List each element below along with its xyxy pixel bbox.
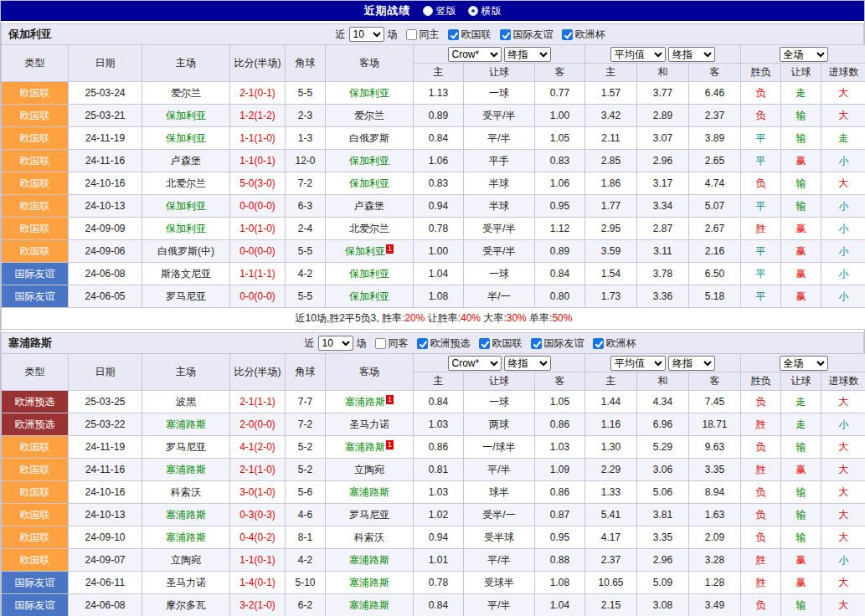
recent-count-select[interactable]: 10 bbox=[349, 27, 384, 42]
average-stage-select[interactable]: 终指 bbox=[668, 356, 715, 371]
cell-score: 4-1(2-0) bbox=[230, 436, 286, 459]
cell-odds-4: 2.89 bbox=[637, 105, 689, 127]
bookmaker-stage-select[interactable]: 终指 bbox=[504, 47, 551, 62]
cell-result-2: 小 bbox=[821, 263, 865, 285]
cell-corners: 7-2 bbox=[286, 413, 326, 436]
cell-odds-4: 3.35 bbox=[637, 526, 689, 549]
cell-result-1: 走 bbox=[781, 413, 821, 436]
cell-odds-3: 1.54 bbox=[585, 263, 637, 285]
home-team-name: 保加利亚 bbox=[166, 223, 206, 234]
home-team-name: 罗马尼亚 bbox=[166, 290, 206, 302]
cell-odds-2: 0.86 bbox=[535, 413, 585, 436]
cell-corners: 6-3 bbox=[286, 195, 326, 218]
cell-result-2: 小 bbox=[821, 285, 865, 308]
cell-result-2: 大 bbox=[821, 172, 865, 195]
filter-checkbox[interactable]: 欧国联 bbox=[448, 28, 492, 42]
checkbox-icon[interactable] bbox=[448, 29, 459, 40]
checkbox-label: 同主 bbox=[420, 28, 440, 42]
layout-option-horizontal[interactable]: 横版 bbox=[468, 4, 502, 18]
sub-header-2: 客 bbox=[535, 64, 585, 82]
scope-select[interactable]: 全场 bbox=[780, 47, 828, 62]
bookmaker-stage-select[interactable]: 终指 bbox=[504, 356, 551, 371]
filter-checkbox[interactable]: 国际友谊 bbox=[500, 28, 553, 42]
filter-checkbox[interactable]: 同客 bbox=[375, 336, 409, 351]
cell-odds-4: 3.08 bbox=[637, 594, 689, 616]
checkbox-icon[interactable] bbox=[593, 338, 604, 349]
cell-result-1: 输 bbox=[781, 436, 821, 459]
filter-checkbox[interactable]: 欧国联 bbox=[479, 336, 523, 351]
checkbox-icon[interactable] bbox=[479, 338, 490, 349]
cell-odds-1: 半球 bbox=[464, 195, 535, 218]
checkbox-label: 欧洲杯 bbox=[575, 28, 605, 42]
table-row: 国际友谊24-06-08斯洛文尼亚1-1(1-1)4-2保加利亚1.04一球0.… bbox=[2, 263, 865, 285]
radio-icon-vertical[interactable] bbox=[423, 6, 433, 16]
table-row: 欧国联24-11-16卢森堡1-1(0-1)12-0保加利亚1.06平手0.83… bbox=[2, 150, 865, 172]
cell-result-0: 平 bbox=[741, 285, 781, 308]
sub-header-2: 客 bbox=[535, 372, 585, 391]
filter-checkbox[interactable]: 欧洲杯 bbox=[593, 336, 636, 351]
filter-checkbox[interactable]: 同主 bbox=[406, 28, 440, 42]
checkbox-icon[interactable] bbox=[406, 29, 417, 40]
radio-icon-horizontal[interactable] bbox=[468, 6, 478, 16]
cell-date: 24-11-16 bbox=[69, 459, 142, 481]
sub-header-5: 客 bbox=[689, 372, 741, 391]
layout-option-vertical[interactable]: 竖版 bbox=[423, 4, 456, 18]
filter-checkbox[interactable]: 欧洲预选 bbox=[417, 336, 471, 351]
scope-select[interactable]: 全场 bbox=[780, 356, 828, 371]
cell-odds-1: 平/半 bbox=[464, 594, 535, 616]
col-header-0: 类型 bbox=[2, 354, 69, 391]
average-select[interactable]: 平均值 bbox=[610, 47, 666, 62]
bookmaker-select[interactable]: Crow* bbox=[448, 47, 502, 62]
cell-odds-4: 6.96 bbox=[637, 413, 689, 436]
cell-date: 24-06-08 bbox=[69, 594, 142, 616]
filter-checkbox[interactable]: 国际友谊 bbox=[531, 336, 584, 351]
checkbox-icon[interactable] bbox=[531, 338, 542, 349]
cell-result-2: 大 bbox=[821, 391, 865, 413]
cell-odds-2: 0.86 bbox=[535, 481, 585, 504]
cell-odds-1: 受平/半 bbox=[464, 105, 535, 127]
cell-home-team: 圣马力诺 bbox=[142, 572, 230, 594]
cell-odds-4: 3.34 bbox=[637, 195, 689, 218]
cell-result-0: 胜 bbox=[741, 413, 781, 436]
recent-count-select[interactable]: 10 bbox=[318, 336, 353, 351]
cell-result-0: 负 bbox=[741, 594, 781, 616]
cell-result-1: 输 bbox=[781, 195, 821, 218]
cell-result-0: 平 bbox=[741, 263, 781, 285]
cell-odds-1: 平/半 bbox=[464, 549, 535, 572]
cell-odds-2: 1.05 bbox=[535, 391, 585, 413]
cell-competition: 欧国联 bbox=[2, 459, 69, 481]
cell-score: 1-1(1-1) bbox=[230, 263, 286, 285]
average-stage-select[interactable]: 终指 bbox=[668, 47, 715, 62]
away-team-name: 塞浦路斯 bbox=[345, 396, 385, 408]
bookmaker-select[interactable]: Crow* bbox=[448, 356, 502, 371]
checkbox-icon[interactable] bbox=[500, 29, 511, 40]
sub-header-1: 让球 bbox=[464, 64, 535, 82]
average-select[interactable]: 平均值 bbox=[610, 356, 666, 371]
cell-odds-1: 受平/半 bbox=[464, 218, 535, 240]
checkbox-icon[interactable] bbox=[562, 29, 573, 40]
cell-score: 1-4(0-1) bbox=[230, 572, 286, 594]
cell-result-2: 小 bbox=[821, 240, 865, 263]
cell-odds-5: 3.35 bbox=[689, 459, 741, 481]
away-team-name: 白俄罗斯 bbox=[349, 132, 389, 144]
cell-away-team: 科索沃 bbox=[326, 526, 414, 549]
away-team-name: 保加利亚 bbox=[349, 290, 389, 302]
sub-header-4: 和 bbox=[637, 64, 689, 82]
checkbox-icon[interactable] bbox=[375, 338, 386, 349]
cell-result-2: 大 bbox=[821, 594, 865, 616]
home-team-name: 立陶宛 bbox=[171, 554, 201, 566]
home-team-name: 北爱尔兰 bbox=[166, 177, 206, 189]
cell-result-2: 大 bbox=[821, 526, 865, 549]
table-row: 欧国联24-11-19保加利亚1-1(1-0)1-3白俄罗斯0.84平/半1.0… bbox=[2, 127, 865, 150]
table-row: 欧国联24-09-07立陶宛1-1(0-1)4-2塞浦路斯1.01平/半0.88… bbox=[2, 549, 865, 572]
cell-odds-4: 2.96 bbox=[637, 549, 689, 572]
filter-checkbox[interactable]: 欧洲杯 bbox=[562, 28, 605, 42]
checkbox-icon[interactable] bbox=[417, 338, 428, 349]
section-filter-bar: 保加利亚近10场同主欧国联国际友谊欧洲杯 bbox=[1, 23, 864, 44]
cell-result-0: 负 bbox=[741, 391, 781, 413]
matches-label: 场 bbox=[388, 28, 398, 42]
cell-odds-4: 3.11 bbox=[637, 240, 689, 263]
cell-odds-3: 5.41 bbox=[585, 504, 637, 526]
cell-date: 24-11-16 bbox=[69, 150, 142, 172]
cell-odds-3: 1.86 bbox=[585, 172, 637, 195]
